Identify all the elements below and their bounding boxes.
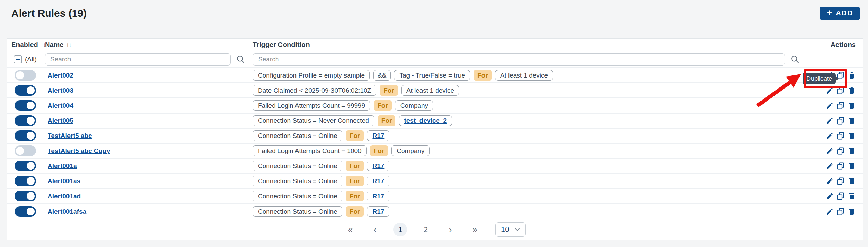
table-row: TestAlert5 abc Copy Failed Login Attempt… bbox=[7, 144, 863, 159]
page-button-2[interactable]: 2 bbox=[419, 225, 432, 234]
alert-name-link[interactable]: Alert001as bbox=[48, 177, 80, 185]
search-icon[interactable] bbox=[236, 55, 245, 64]
duplicate-icon[interactable] bbox=[836, 132, 845, 140]
for-chip: For bbox=[346, 176, 364, 186]
enabled-toggle[interactable] bbox=[15, 100, 36, 111]
table-row: Alert001ad Connection Status = OnlineFor… bbox=[7, 189, 863, 204]
condition-chip: Connection Status = Online bbox=[253, 191, 342, 201]
first-page-button[interactable]: « bbox=[344, 224, 356, 235]
enabled-toggle[interactable] bbox=[15, 191, 36, 201]
trigger-condition-chips: Connection Status = OnlineForR17 bbox=[253, 176, 804, 186]
for-chip: For bbox=[346, 161, 364, 171]
enabled-toggle[interactable] bbox=[15, 206, 36, 217]
page-size-select[interactable]: 10 bbox=[495, 222, 526, 237]
edit-icon[interactable] bbox=[826, 192, 834, 200]
target-chip: At least 1 device bbox=[401, 85, 459, 96]
trigger-condition-chips: Connection Status = OnlineForR17 bbox=[253, 161, 804, 171]
previous-page-button[interactable]: ‹ bbox=[369, 224, 381, 235]
condition-chip: Failed Login Attempts Count = 99999 bbox=[253, 100, 370, 111]
delete-icon[interactable] bbox=[847, 86, 856, 95]
table-row: TestAlert5 abc Connection Status = Onlin… bbox=[7, 129, 863, 144]
table-header-row: Enabled ↑↓ Name ↑↓ Trigger Condition Act… bbox=[7, 39, 863, 51]
duplicate-icon[interactable] bbox=[836, 177, 845, 185]
row-actions bbox=[804, 117, 863, 125]
alert-name-link[interactable]: TestAlert5 abc Copy bbox=[48, 147, 110, 155]
edit-icon[interactable] bbox=[826, 102, 834, 110]
enabled-toggle[interactable] bbox=[15, 145, 36, 156]
edit-icon[interactable] bbox=[826, 132, 834, 140]
duplicate-icon[interactable] bbox=[836, 162, 845, 170]
condition-chip: Connection Status = Online bbox=[253, 161, 342, 171]
condition-chip: Connection Status = Online bbox=[253, 130, 342, 141]
edit-icon[interactable] bbox=[826, 162, 834, 170]
enabled-toggle[interactable] bbox=[15, 115, 36, 126]
target-link-chip[interactable]: R17 bbox=[367, 161, 389, 171]
duplicate-icon[interactable] bbox=[836, 147, 845, 155]
operator-chip: && bbox=[373, 70, 391, 81]
condition-chip: Connection Status = Never Connected bbox=[253, 115, 374, 126]
alert-name-link[interactable]: Alert004 bbox=[48, 102, 73, 109]
duplicate-icon[interactable] bbox=[836, 102, 845, 110]
for-chip: For bbox=[374, 100, 392, 111]
duplicate-icon[interactable] bbox=[836, 192, 845, 200]
condition-chip: Date Claimed < 2025-09-30T06:02:10Z bbox=[253, 85, 376, 96]
enabled-toggle[interactable] bbox=[15, 70, 36, 81]
pagination: « ‹ 12 › » 10 bbox=[7, 219, 863, 240]
page-button-1[interactable]: 1 bbox=[393, 223, 407, 236]
sort-icon-name[interactable]: ↑↓ bbox=[66, 42, 71, 48]
edit-icon[interactable] bbox=[826, 208, 834, 216]
delete-icon[interactable] bbox=[847, 71, 856, 80]
alert-name-link[interactable]: Alert001ad bbox=[48, 192, 81, 200]
delete-icon[interactable] bbox=[847, 147, 856, 155]
target-link-chip[interactable]: R17 bbox=[367, 176, 389, 186]
select-all-checkbox[interactable] bbox=[14, 55, 22, 63]
condition-chip: Connection Status = Online bbox=[253, 176, 342, 186]
target-link-chip[interactable]: test_device_2 bbox=[399, 115, 452, 126]
sort-icon-enabled[interactable]: ↑↓ bbox=[41, 42, 45, 48]
delete-icon[interactable] bbox=[847, 177, 856, 185]
edit-icon[interactable] bbox=[826, 147, 834, 155]
add-button[interactable]: + ADD bbox=[820, 7, 860, 20]
for-chip: For bbox=[346, 206, 364, 217]
alert-name-link[interactable]: Alert003 bbox=[48, 87, 73, 94]
alert-name-link[interactable]: Alert001afsa bbox=[48, 208, 86, 215]
next-page-button[interactable]: › bbox=[444, 224, 456, 235]
last-page-button[interactable]: » bbox=[469, 224, 481, 235]
enabled-toggle[interactable] bbox=[15, 130, 36, 141]
alert-name-link[interactable]: Alert001a bbox=[48, 162, 77, 170]
delete-icon[interactable] bbox=[847, 192, 856, 200]
enabled-toggle[interactable] bbox=[15, 161, 36, 171]
delete-icon[interactable] bbox=[847, 102, 856, 110]
table-row: Alert002 Configuration Profile = empty s… bbox=[7, 68, 863, 83]
duplicate-icon[interactable] bbox=[836, 208, 845, 216]
name-search-input[interactable] bbox=[45, 53, 231, 66]
for-chip: For bbox=[346, 191, 364, 201]
delete-icon[interactable] bbox=[847, 208, 856, 216]
enabled-toggle[interactable] bbox=[15, 176, 36, 186]
alert-name-link[interactable]: Alert002 bbox=[48, 72, 73, 79]
target-link-chip[interactable]: R17 bbox=[367, 191, 389, 201]
delete-icon[interactable] bbox=[847, 117, 856, 125]
edit-icon[interactable] bbox=[826, 177, 834, 185]
duplicate-icon[interactable] bbox=[836, 117, 845, 125]
delete-icon[interactable] bbox=[847, 132, 856, 140]
table-row: Alert004 Failed Login Attempts Count = 9… bbox=[7, 98, 863, 114]
add-button-label: ADD bbox=[836, 9, 853, 17]
column-header-enabled: Enabled bbox=[11, 41, 38, 49]
edit-icon[interactable] bbox=[826, 86, 834, 95]
target-link-chip[interactable]: R17 bbox=[367, 206, 389, 217]
alert-name-link[interactable]: Alert005 bbox=[48, 117, 73, 125]
table-row: Alert001as Connection Status = OnlineFor… bbox=[7, 174, 863, 189]
search-icon[interactable] bbox=[791, 55, 800, 64]
target-chip: Company bbox=[395, 100, 433, 111]
alert-rules-table: Enabled ↑↓ Name ↑↓ Trigger Condition Act… bbox=[7, 38, 863, 240]
edit-icon[interactable] bbox=[826, 117, 834, 125]
alert-name-link[interactable]: TestAlert5 abc bbox=[48, 132, 92, 140]
target-chip: Company bbox=[391, 145, 429, 156]
duplicate-icon[interactable] bbox=[836, 86, 845, 95]
target-link-chip[interactable]: R17 bbox=[367, 130, 389, 141]
trigger-search-input[interactable] bbox=[253, 53, 785, 66]
delete-icon[interactable] bbox=[847, 162, 856, 170]
target-chip: At least 1 device bbox=[495, 70, 553, 81]
enabled-toggle[interactable] bbox=[15, 85, 36, 96]
